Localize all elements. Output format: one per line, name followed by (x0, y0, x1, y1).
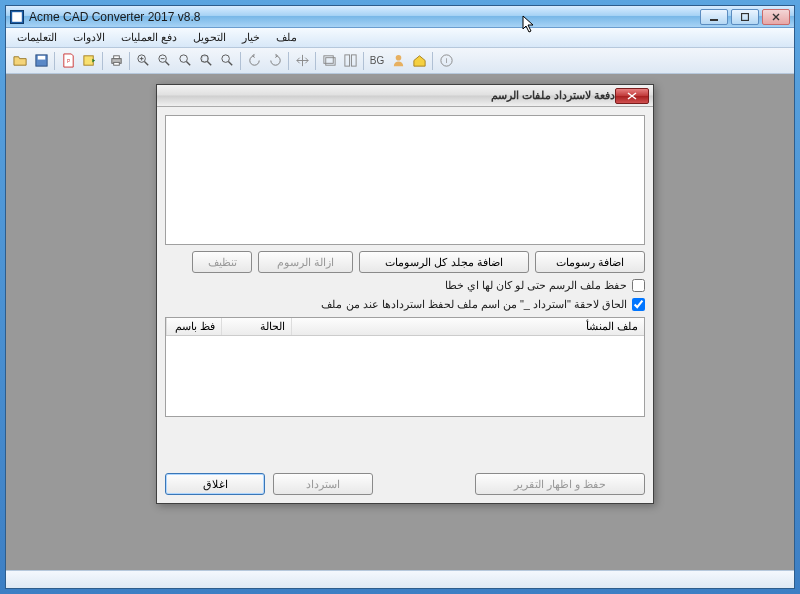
dialog-close-button[interactable] (615, 88, 649, 104)
user-icon[interactable] (388, 51, 408, 71)
append-suffix-checkbox-row[interactable]: الحاق لاحقة "استرداد _" من اسم ملف لحفظ … (165, 298, 645, 311)
svg-rect-8 (113, 56, 119, 59)
svg-point-12 (179, 55, 187, 63)
zoom-fit-icon[interactable] (175, 51, 195, 71)
col-status[interactable]: الحالة (221, 318, 291, 335)
zoom-in-icon[interactable] (133, 51, 153, 71)
save-report-button[interactable]: حفظ و اظهار التقرير (475, 473, 645, 495)
remove-button[interactable]: ازالة الرسوم (258, 251, 353, 273)
svg-rect-0 (12, 12, 22, 22)
clear-button[interactable]: تنظيف (192, 251, 252, 273)
bg-toggle[interactable]: BG (367, 51, 387, 71)
svg-rect-14 (201, 56, 207, 62)
save-icon[interactable] (31, 51, 51, 71)
zoom-window-icon[interactable] (196, 51, 216, 71)
open-icon[interactable] (10, 51, 30, 71)
dialog-body: اضافة رسومات اضافة مجلد كل الرسومات ازال… (157, 107, 653, 503)
convert-icon[interactable] (79, 51, 99, 71)
add-drawings-button[interactable]: اضافة رسومات (535, 251, 645, 273)
col-savename[interactable]: فظ باسم (166, 318, 221, 335)
bottom-buttons-row: حفظ و اظهار التقرير استرداد اغلاق (165, 473, 645, 495)
svg-rect-9 (113, 62, 119, 65)
dialog-title: دفعة لاسترداد ملفات الرسم (161, 89, 615, 102)
menu-batch[interactable]: دفع العمليات (114, 29, 184, 46)
print-icon[interactable] (106, 51, 126, 71)
dialog-titlebar: دفعة لاسترداد ملفات الرسم (157, 85, 653, 107)
zoom-all-icon[interactable] (217, 51, 237, 71)
rotate-left-icon[interactable] (244, 51, 264, 71)
statusbar (6, 570, 794, 588)
pan-icon[interactable] (292, 51, 312, 71)
table-header: ملف المنشأ الحالة فظ باسم (166, 318, 644, 336)
titlebar: Acme CAD Converter 2017 v8.8 (6, 6, 794, 28)
results-table: ملف المنشأ الحالة فظ باسم (165, 317, 645, 417)
svg-rect-1 (710, 19, 718, 21)
layers-icon[interactable] (319, 51, 339, 71)
main-window: Acme CAD Converter 2017 v8.8 ملف خيار ال… (5, 5, 795, 589)
save-even-error-checkbox-row[interactable]: حفظ ملف الرسم حتى لو كان لها اي خطا (165, 279, 645, 292)
batch-recover-dialog: دفعة لاسترداد ملفات الرسم اضافة رسومات ا… (156, 84, 654, 504)
layouts-icon[interactable] (340, 51, 360, 71)
workspace: دفعة لاسترداد ملفات الرسم اضافة رسومات ا… (6, 74, 794, 570)
home-icon[interactable] (409, 51, 429, 71)
app-icon (10, 10, 24, 24)
window-title: Acme CAD Converter 2017 v8.8 (29, 10, 700, 24)
file-list-panel[interactable] (165, 115, 645, 245)
table-body (166, 336, 644, 416)
menubar: ملف خيار التحويل دفع العمليات الادوات ال… (6, 28, 794, 48)
action-buttons-row: اضافة رسومات اضافة مجلد كل الرسومات ازال… (165, 251, 645, 273)
svg-rect-18 (344, 55, 349, 66)
maximize-button[interactable] (731, 9, 759, 25)
save-even-error-label: حفظ ملف الرسم حتى لو كان لها اي خطا (445, 279, 627, 292)
menu-convert[interactable]: التحويل (186, 29, 233, 46)
window-controls (700, 9, 790, 25)
menu-file[interactable]: ملف (269, 29, 304, 46)
svg-rect-19 (351, 55, 356, 66)
svg-point-20 (395, 55, 401, 61)
col-source[interactable]: ملف المنشأ (291, 318, 644, 335)
save-even-error-checkbox[interactable] (632, 279, 645, 292)
svg-rect-2 (742, 13, 749, 20)
add-folder-button[interactable]: اضافة مجلد كل الرسومات (359, 251, 529, 273)
menu-options[interactable]: خيار (235, 29, 267, 46)
menu-tools[interactable]: الادوات (66, 29, 112, 46)
svg-rect-4 (37, 56, 45, 60)
svg-text:i: i (445, 56, 447, 65)
minimize-button[interactable] (700, 9, 728, 25)
menu-help[interactable]: التعليمات (10, 29, 64, 46)
rotate-right-icon[interactable] (265, 51, 285, 71)
close-button[interactable] (762, 9, 790, 25)
append-suffix-label: الحاق لاحقة "استرداد _" من اسم ملف لحفظ … (321, 298, 627, 311)
toolbar: P BG i (6, 48, 794, 74)
append-suffix-checkbox[interactable] (632, 298, 645, 311)
recover-button[interactable]: استرداد (273, 473, 373, 495)
info-icon[interactable]: i (436, 51, 456, 71)
pdf-icon[interactable]: P (58, 51, 78, 71)
svg-point-15 (221, 55, 229, 63)
zoom-out-icon[interactable] (154, 51, 174, 71)
svg-rect-6 (83, 56, 92, 65)
close-dialog-button[interactable]: اغلاق (165, 473, 265, 495)
svg-text:P: P (66, 59, 69, 64)
